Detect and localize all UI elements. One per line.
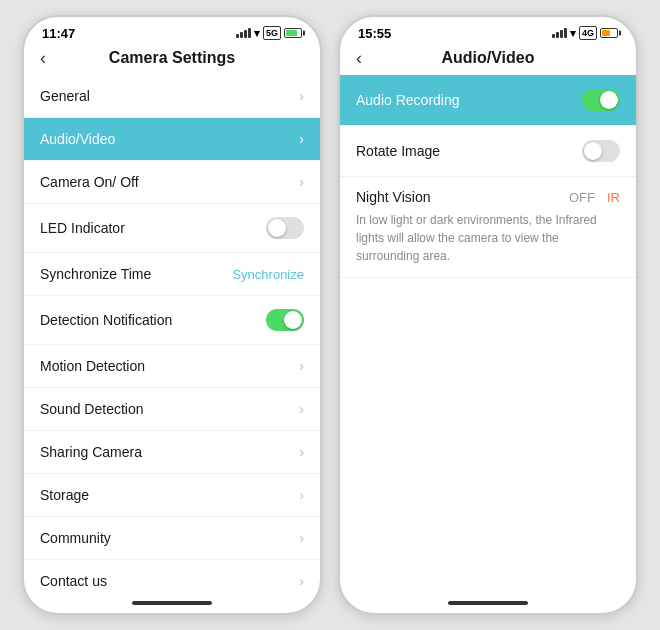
left-content: General › Audio/Video › Camera On/ Off ›… (24, 75, 320, 593)
menu-item-general[interactable]: General › (24, 75, 320, 118)
left-phone: 11:47 ▾ 5G ‹ Camera Settings General › (22, 15, 322, 615)
night-option-ir[interactable]: IR (607, 190, 620, 205)
menu-item-sound-detection[interactable]: Sound Detection › (24, 388, 320, 431)
battery-icon (284, 28, 302, 38)
menu-item-audio-video[interactable]: Audio/Video › (24, 118, 320, 161)
menu-item-led-indicator[interactable]: LED Indicator (24, 204, 320, 253)
network-badge: 4G (579, 26, 597, 40)
right-time: 15:55 (358, 26, 391, 41)
rotate-image-toggle[interactable] (582, 140, 620, 162)
av-label: Audio Recording (356, 92, 460, 108)
menu-label: Detection Notification (40, 312, 172, 328)
menu-label: Camera On/ Off (40, 174, 139, 190)
chevron-icon: › (299, 88, 304, 104)
menu-label: Storage (40, 487, 89, 503)
wifi-icon: ▾ (254, 27, 260, 40)
menu-label: Contact us (40, 573, 107, 589)
left-time: 11:47 (42, 26, 75, 41)
right-status-bar: 15:55 ▾ 4G (340, 17, 636, 45)
av-row-rotate-image[interactable]: Rotate Image (340, 126, 636, 177)
menu-label: Sound Detection (40, 401, 144, 417)
audio-recording-toggle[interactable] (582, 89, 620, 111)
night-vision-description: In low light or dark environments, the I… (356, 211, 620, 265)
back-button[interactable]: ‹ (356, 48, 362, 69)
menu-label: Sharing Camera (40, 444, 142, 460)
night-vision-options: OFF IR (569, 190, 620, 205)
menu-item-sharing-camera[interactable]: Sharing Camera › (24, 431, 320, 474)
back-button[interactable]: ‹ (40, 48, 46, 69)
signal-icon (236, 28, 251, 38)
home-bar (448, 601, 528, 605)
page-title: Camera Settings (109, 49, 235, 67)
right-content: Audio Recording Rotate Image Night Visio… (340, 75, 636, 593)
battery-icon (600, 28, 618, 38)
night-option-off[interactable]: OFF (569, 190, 595, 205)
battery-fill (602, 30, 610, 36)
right-status-icons: ▾ 4G (552, 26, 618, 40)
menu-label: General (40, 88, 90, 104)
right-phone: 15:55 ▾ 4G ‹ Audio/Video Audio Recording (338, 15, 638, 615)
menu-item-camera-onoff[interactable]: Camera On/ Off › (24, 161, 320, 204)
chevron-icon: › (299, 401, 304, 417)
night-vision-top: Night Vision OFF IR (356, 189, 620, 205)
menu-item-sync-time[interactable]: Synchronize Time Synchronize (24, 253, 320, 296)
menu-item-contact-us[interactable]: Contact us › (24, 560, 320, 593)
left-status-icons: ▾ 5G (236, 26, 302, 40)
menu-item-motion-detection[interactable]: Motion Detection › (24, 345, 320, 388)
sync-button[interactable]: Synchronize (232, 267, 304, 282)
home-bar (132, 601, 212, 605)
chevron-icon: › (299, 573, 304, 589)
left-nav-bar: ‹ Camera Settings (24, 45, 320, 75)
detection-notification-toggle[interactable] (266, 309, 304, 331)
chevron-icon: › (299, 358, 304, 374)
menu-item-storage[interactable]: Storage › (24, 474, 320, 517)
menu-item-detection-notification[interactable]: Detection Notification (24, 296, 320, 345)
network-badge: 5G (263, 26, 281, 40)
night-vision-row: Night Vision OFF IR In low light or dark… (340, 177, 636, 278)
night-vision-label: Night Vision (356, 189, 430, 205)
chevron-icon: › (299, 487, 304, 503)
chevron-icon: › (299, 174, 304, 190)
battery-fill (286, 30, 297, 36)
av-row-audio-recording[interactable]: Audio Recording (340, 75, 636, 126)
menu-label: Community (40, 530, 111, 546)
av-label: Rotate Image (356, 143, 440, 159)
home-indicator (24, 593, 320, 613)
right-nav-bar: ‹ Audio/Video (340, 45, 636, 75)
chevron-icon: › (299, 530, 304, 546)
menu-label: Synchronize Time (40, 266, 151, 282)
menu-label: LED Indicator (40, 220, 125, 236)
wifi-icon: ▾ (570, 27, 576, 40)
chevron-icon: › (299, 131, 304, 147)
menu-item-community[interactable]: Community › (24, 517, 320, 560)
led-toggle[interactable] (266, 217, 304, 239)
menu-label: Motion Detection (40, 358, 145, 374)
page-title: Audio/Video (441, 49, 534, 67)
left-status-bar: 11:47 ▾ 5G (24, 17, 320, 45)
signal-icon (552, 28, 567, 38)
home-indicator (340, 593, 636, 613)
menu-label: Audio/Video (40, 131, 115, 147)
chevron-icon: › (299, 444, 304, 460)
